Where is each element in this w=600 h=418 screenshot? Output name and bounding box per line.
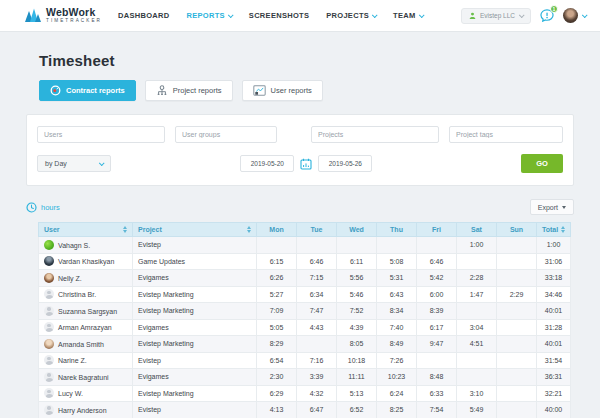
day-hours-cell [497,319,537,336]
day-hours-cell: 5:49 [457,402,497,418]
day-hours-cell: 4:43 [297,319,337,336]
project-tags-filter-input[interactable] [449,126,563,143]
user-cell[interactable]: Christina Br. [39,286,133,303]
table-header-row: UserProjectMonTueWedThuFriSatSunTotal [39,223,571,237]
logo-icon [24,8,42,23]
day-hours-cell: 3:04 [457,319,497,336]
report-tabs: Contract reportsProject reportsUser repo… [39,80,574,101]
user-name: Narine Z. [58,357,87,364]
nav-item-projects[interactable]: PROJECTS [326,11,376,20]
user-cell[interactable]: Harry Anderson [39,402,133,418]
day-hours-cell [497,270,537,287]
day-hours-cell: 2:28 [457,270,497,287]
day-hours-cell: 10:18 [337,352,377,369]
go-button[interactable]: GO [521,154,563,173]
day-hours-cell [497,352,537,369]
table-row: Narine Z.Evistep6:547:1610:187:2631:54 [39,352,571,369]
notification-badge: 1 [550,5,558,13]
day-hours-cell: 5:27 [257,286,297,303]
user-name: Nelly Z. [58,274,82,281]
user-cell[interactable]: Vardan Khasikyan [39,253,133,270]
day-hours-cell [257,237,297,254]
nav-item-screenshots[interactable]: SCREENSHOTS [249,11,309,20]
export-button[interactable]: Export [530,199,574,215]
column-header-user[interactable]: User [39,223,133,237]
project-cell: Evistep Marketing [133,286,257,303]
user-cell[interactable]: Arman Amrazyan [39,319,133,336]
user-groups-filter-input[interactable] [175,126,277,143]
table-row: Christina Br.Evistep Marketing5:276:345:… [39,286,571,303]
day-hours-cell [497,402,537,418]
day-hours-cell: 8:39 [417,303,457,320]
total-cell: 1:00 [537,237,571,254]
day-hours-cell: 2:30 [257,369,297,386]
user-cell[interactable]: Vahagn S. [39,237,133,254]
avatar [44,388,54,398]
project-cell: Evistep [133,352,257,369]
day-hours-cell [497,369,537,386]
notifications-button[interactable]: 1 [540,9,554,22]
user-cell[interactable]: Suzanna Sargsyan [39,303,133,320]
clock-icon [26,202,37,213]
projects-filter-input[interactable] [311,126,439,143]
total-cell: 31:28 [537,319,571,336]
nav-item-reports[interactable]: REPORTS [186,11,231,20]
user-cell[interactable]: Nelly Z. [39,270,133,287]
sort-icon [561,226,565,233]
column-header-tue: Tue [297,223,337,237]
hours-mode-toggle[interactable]: hours [26,202,60,213]
tab-project-reports[interactable]: Project reports [145,80,233,101]
user-name: Narek Bagratuni [58,373,109,380]
page-title: Timesheet [39,52,574,69]
profile-menu[interactable] [563,8,586,23]
header-right: Evistep LLC 1 [461,8,586,24]
filter-panel: by Day GO [26,114,574,186]
column-header-fri: Fri [417,223,457,237]
user-name: Harry Anderson [58,406,107,413]
nav-item-team[interactable]: TEAM [393,11,422,20]
calendar-icon[interactable] [300,158,312,170]
tab-label: Contract reports [66,86,125,95]
avatar [44,322,54,332]
day-hours-cell [417,352,457,369]
column-header-project[interactable]: Project [133,223,257,237]
column-header-thu: Thu [377,223,417,237]
project-cell: Evigames [133,319,257,336]
brand-name: WebWork [46,7,102,18]
tab-user-reports[interactable]: User reports [242,80,323,101]
tab-contract-reports[interactable]: Contract reports [39,80,136,101]
day-hours-cell: 11:11 [337,369,377,386]
column-label: Fri [432,226,441,233]
user-cell[interactable]: Narek Bagratuni [39,369,133,386]
day-hours-cell: 8:25 [377,402,417,418]
group-by-select[interactable]: by Day [37,155,111,172]
total-cell: 31:06 [537,253,571,270]
nav-item-dashboard[interactable]: DASHBOARD [118,11,169,20]
day-hours-cell: 4:39 [337,319,377,336]
day-hours-cell: 6:33 [417,385,457,402]
total-cell: 36:31 [537,369,571,386]
total-cell: 34:46 [537,286,571,303]
user-cell[interactable]: Narine Z. [39,352,133,369]
day-hours-cell: 6:11 [337,253,377,270]
project-cell: Evistep Marketing [133,385,257,402]
app-logo[interactable]: WebWork TIMETRACKER [24,7,102,24]
users-filter-input[interactable] [37,126,165,143]
day-hours-cell [417,237,457,254]
workspace-selector[interactable]: Evistep LLC [461,8,531,24]
date-to-input[interactable] [318,155,372,172]
user-cell[interactable]: Lucy W. [39,385,133,402]
avatar [44,273,54,283]
chevron-down-icon [99,160,105,166]
date-from-input[interactable] [240,155,294,172]
day-hours-cell: 8:29 [257,336,297,353]
day-hours-cell [497,336,537,353]
user-cell[interactable]: Amanda Smith [39,336,133,353]
contract-reports-icon [50,85,61,96]
table-toolbar: hours Export [26,199,574,215]
column-label: Thu [390,226,403,233]
project-cell: Game Updates [133,253,257,270]
day-hours-cell: 6:29 [257,385,297,402]
day-hours-cell [457,303,497,320]
column-header-total[interactable]: Total [537,223,571,237]
